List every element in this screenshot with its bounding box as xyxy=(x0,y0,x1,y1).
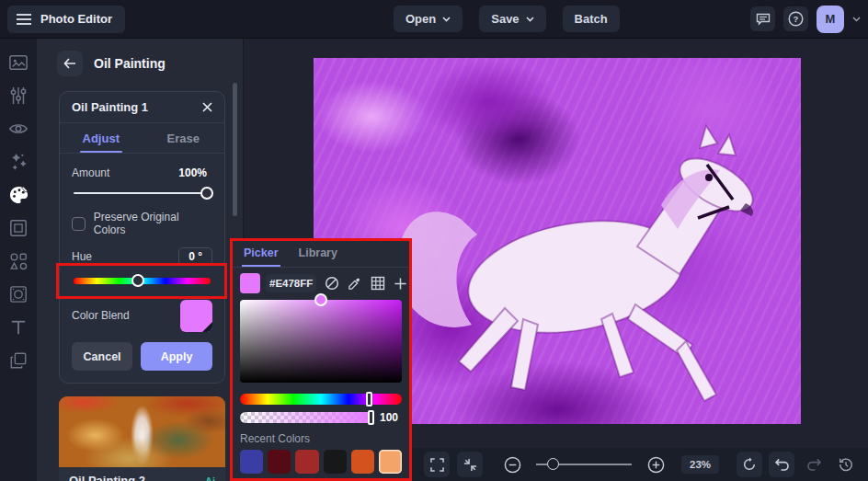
zoom-in-icon xyxy=(647,456,665,474)
chevron-down-icon xyxy=(526,17,534,22)
add-color-icon[interactable] xyxy=(393,276,408,292)
fullscreen-button[interactable] xyxy=(424,452,450,477)
recent-color-swatch[interactable] xyxy=(379,450,402,474)
color-picker-popup: Picker Library #E478FF xyxy=(230,238,412,481)
tab-library[interactable]: Library xyxy=(288,241,347,267)
compare-refresh-button[interactable] xyxy=(737,452,762,477)
effect-settings-card: Oil Painting 1 Adjust Erase Amount 100% xyxy=(59,91,225,384)
file-actions: Open Save Batch xyxy=(394,6,620,32)
recent-color-swatch[interactable] xyxy=(240,450,263,474)
fit-screen-icon xyxy=(463,458,477,472)
save-button[interactable]: Save xyxy=(479,6,545,32)
current-color-swatch xyxy=(240,273,260,293)
tab-picker[interactable]: Picker xyxy=(233,241,288,267)
undo-button[interactable] xyxy=(769,452,794,477)
recent-color-swatch[interactable] xyxy=(324,450,347,474)
question-mark-icon: ? xyxy=(788,11,804,27)
help-button[interactable]: ? xyxy=(783,6,808,31)
fullscreen-icon xyxy=(430,458,444,472)
open-button[interactable]: Open xyxy=(394,6,463,32)
close-icon[interactable] xyxy=(202,102,212,112)
undo-icon xyxy=(774,458,790,471)
picker-hue-knob[interactable] xyxy=(366,392,372,407)
hue-value[interactable]: 0 ° xyxy=(178,247,212,266)
fit-screen-button[interactable] xyxy=(457,452,483,477)
rail-adjust-sliders-icon[interactable] xyxy=(6,85,31,106)
saturation-value-square[interactable] xyxy=(240,300,402,383)
feedback-button[interactable] xyxy=(750,6,775,31)
rail-layers-icon[interactable] xyxy=(6,349,31,371)
zoom-level-badge[interactable]: 23% xyxy=(681,455,719,474)
account-chevron-icon[interactable] xyxy=(852,17,861,22)
amount-slider-knob[interactable] xyxy=(200,187,213,200)
sv-knob[interactable] xyxy=(314,293,327,306)
history-reset-icon xyxy=(839,457,853,472)
eyedropper-icon[interactable] xyxy=(347,276,362,292)
recent-color-swatch[interactable] xyxy=(268,450,291,474)
app-title: Photo Editor xyxy=(40,12,112,26)
recent-colors-row xyxy=(233,450,409,474)
chevron-down-icon xyxy=(442,17,451,22)
preset-thumbnail[interactable] xyxy=(59,396,225,467)
panel-scrollbar[interactable] xyxy=(233,83,237,216)
zoom-out-button[interactable] xyxy=(499,452,525,477)
rail-frames-icon[interactable] xyxy=(6,217,31,238)
picker-tabs: Picker Library xyxy=(233,241,409,268)
reset-history-button[interactable] xyxy=(833,452,859,477)
chat-bubble-icon xyxy=(756,12,771,26)
hue-slider[interactable] xyxy=(74,274,211,287)
preserve-colors-label: Preserve Original Colors xyxy=(94,211,212,236)
rail-text-icon[interactable] xyxy=(6,316,31,338)
hex-input[interactable]: #E478FF xyxy=(266,274,316,292)
cancel-button[interactable]: Cancel xyxy=(72,342,132,371)
redo-icon xyxy=(806,458,822,471)
picker-hue-slider[interactable] xyxy=(240,394,402,405)
preset-oil-painting-2[interactable]: Oil Painting 2 Ai xyxy=(59,396,225,481)
color-blend-label: Color Blend xyxy=(72,309,130,322)
apply-button[interactable]: Apply xyxy=(141,342,212,371)
user-avatar[interactable]: M xyxy=(817,6,844,33)
preserve-colors-checkbox-row[interactable]: Preserve Original Colors xyxy=(72,211,212,236)
hue-slider-knob[interactable] xyxy=(131,274,144,287)
tab-erase[interactable]: Erase xyxy=(143,123,225,153)
hue-label: Hue xyxy=(72,250,92,263)
effect-tabs: Adjust Erase xyxy=(60,123,224,154)
color-grid-icon[interactable] xyxy=(370,276,385,292)
effect-card-title: Oil Painting 1 xyxy=(72,100,148,114)
color-blend-swatch[interactable] xyxy=(180,300,212,332)
recent-color-swatch[interactable] xyxy=(351,450,374,474)
alpha-knob[interactable] xyxy=(368,410,374,425)
recent-color-swatch[interactable] xyxy=(295,450,318,474)
rail-effects-sparkles-icon[interactable] xyxy=(6,151,31,172)
hamburger-icon xyxy=(17,13,31,26)
back-button[interactable] xyxy=(57,51,83,76)
tab-adjust[interactable]: Adjust xyxy=(60,123,143,153)
batch-button[interactable]: Batch xyxy=(563,6,620,32)
zoom-slider-knob[interactable] xyxy=(547,458,559,470)
rail-overlays-texture-icon[interactable] xyxy=(6,283,31,304)
topbar-right-group: ? M xyxy=(750,6,868,33)
ai-badge: Ai xyxy=(205,475,215,481)
amount-slider[interactable] xyxy=(74,187,211,200)
refresh-icon xyxy=(742,457,757,472)
color-blend-row: Color Blend xyxy=(72,298,212,333)
no-color-icon[interactable] xyxy=(324,276,339,292)
zoom-in-button[interactable] xyxy=(643,452,668,477)
redo-button[interactable] xyxy=(801,452,827,477)
amount-value: 100% xyxy=(173,165,212,181)
alpha-slider[interactable] xyxy=(240,412,374,423)
oil-painting-panel: Oil Painting Oil Painting 1 Adjust Erase… xyxy=(37,39,244,481)
rail-graphics-shapes-icon[interactable] xyxy=(6,250,31,271)
main-menu-button[interactable]: Photo Editor xyxy=(7,6,125,33)
top-bar: Photo Editor Open Save Batch xyxy=(0,0,868,39)
zoom-out-icon xyxy=(504,456,521,474)
svg-text:?: ? xyxy=(794,14,799,24)
recent-colors-title: Recent Colors xyxy=(240,432,402,445)
rail-artsy-palette-icon[interactable] xyxy=(6,184,31,205)
rail-touchup-eye-icon[interactable] xyxy=(6,118,31,139)
checkbox-icon[interactable] xyxy=(72,217,86,231)
zoom-slider[interactable] xyxy=(536,458,632,471)
panel-header: Oil Painting xyxy=(37,39,243,86)
rail-image-icon[interactable] xyxy=(6,52,31,73)
photo-editor-app: Photo Editor Open Save Batch xyxy=(0,0,868,481)
